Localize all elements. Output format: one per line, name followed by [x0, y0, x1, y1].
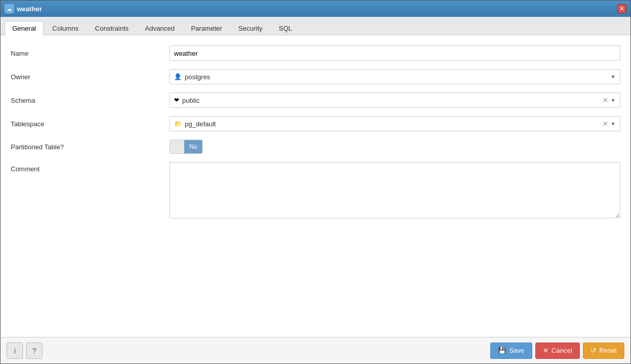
window-icon: ☁ — [5, 4, 14, 13]
schema-select[interactable]: ❤ public ✕ ▾ — [169, 93, 620, 108]
owner-label: Owner — [11, 73, 169, 81]
tab-constraints[interactable]: Constraints — [88, 21, 137, 35]
tablespace-value: pg_default — [185, 120, 601, 128]
footer-left: i ? — [7, 343, 42, 359]
schema-clear-icon[interactable]: ✕ — [601, 96, 610, 104]
close-button[interactable]: ✕ — [617, 4, 626, 13]
tab-parameter[interactable]: Parameter — [183, 21, 230, 35]
info-icon: i — [14, 347, 15, 355]
tablespace-label: Tablespace — [11, 120, 169, 128]
tab-advanced[interactable]: Advanced — [137, 21, 182, 35]
cancel-x-icon: ✕ — [543, 347, 549, 354]
reset-label: Reset — [599, 347, 617, 354]
reset-button[interactable]: ↺ Reset — [583, 343, 624, 359]
comment-row: Comment — [11, 162, 620, 220]
tablespace-select[interactable]: 📁 pg_default ✕ ▾ — [169, 116, 620, 131]
comment-input[interactable] — [169, 162, 620, 218]
name-row: Name — [11, 46, 620, 61]
schema-dropdown-icon[interactable]: ▾ — [611, 97, 616, 104]
toggle-container[interactable]: No — [169, 140, 203, 154]
schema-row: Schema ❤ public ✕ ▾ — [11, 93, 620, 108]
tablespace-select-actions: ✕ ▾ — [601, 120, 616, 128]
owner-select-actions: ▾ — [611, 73, 616, 80]
tab-bar: General Columns Constraints Advanced Par… — [1, 17, 630, 35]
reset-refresh-icon: ↺ — [591, 347, 596, 354]
tablespace-row: Tablespace 📁 pg_default ✕ ▾ — [11, 116, 620, 131]
save-button[interactable]: 💾 Save — [490, 343, 532, 359]
tab-sql[interactable]: SQL — [271, 21, 300, 35]
schema-icon: ❤ — [174, 97, 179, 104]
tab-general[interactable]: General — [5, 21, 43, 35]
footer-right: 💾 Save ✕ Cancel ↺ Reset — [490, 343, 624, 359]
save-label: Save — [509, 347, 525, 354]
tablespace-field-container: 📁 pg_default ✕ ▾ — [169, 116, 620, 131]
name-field-container — [169, 46, 620, 61]
toggle-off-side — [170, 140, 184, 153]
name-input[interactable] — [169, 46, 620, 61]
main-window: ☁ weather ✕ General Columns Constraints … — [0, 0, 631, 364]
toggle-no-button[interactable]: No — [184, 140, 202, 153]
title-bar: ☁ weather ✕ — [1, 1, 630, 17]
cancel-label: Cancel — [552, 347, 572, 354]
save-disk-icon: 💾 — [498, 347, 506, 354]
partitioned-label: Partitioned Table? — [11, 143, 169, 151]
owner-dropdown-icon[interactable]: ▾ — [611, 73, 616, 80]
owner-value: postgres — [185, 73, 611, 81]
partitioned-toggle: No — [169, 140, 620, 154]
tablespace-clear-icon[interactable]: ✕ — [601, 120, 610, 128]
content-area: Name Owner 👤 postgres ▾ Schema — [1, 35, 630, 337]
schema-select-actions: ✕ ▾ — [601, 96, 616, 104]
partitioned-row: Partitioned Table? No — [11, 140, 620, 154]
owner-field-container: 👤 postgres ▾ — [169, 69, 620, 84]
help-button[interactable]: ? — [26, 343, 42, 359]
comment-field-container — [169, 162, 620, 220]
tab-columns[interactable]: Columns — [45, 21, 86, 35]
partitioned-field-container: No — [169, 140, 620, 154]
schema-value: public — [182, 97, 601, 104]
window-title: weather — [17, 5, 42, 13]
owner-select[interactable]: 👤 postgres ▾ — [169, 69, 620, 84]
tablespace-icon: 📁 — [174, 120, 182, 127]
footer: i ? 💾 Save ✕ Cancel ↺ Reset — [1, 337, 630, 363]
name-label: Name — [11, 50, 169, 57]
tab-security[interactable]: Security — [231, 21, 270, 35]
help-icon: ? — [32, 347, 36, 355]
owner-icon: 👤 — [174, 73, 182, 80]
cancel-button[interactable]: ✕ Cancel — [535, 343, 580, 359]
tablespace-dropdown-icon[interactable]: ▾ — [611, 120, 616, 127]
info-button[interactable]: i — [7, 343, 23, 359]
title-bar-left: ☁ weather — [5, 4, 42, 13]
owner-row: Owner 👤 postgres ▾ — [11, 69, 620, 84]
schema-field-container: ❤ public ✕ ▾ — [169, 93, 620, 108]
comment-label: Comment — [11, 162, 169, 173]
schema-label: Schema — [11, 97, 169, 104]
